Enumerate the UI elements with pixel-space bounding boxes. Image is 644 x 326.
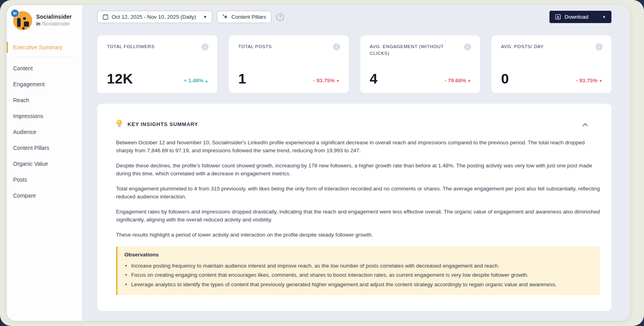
sidebar-divider <box>13 57 75 57</box>
lightbulb-icon <box>116 120 122 128</box>
trend-arrow-icon: ▼ <box>336 79 340 83</box>
stat-label: TOTAL POSTS <box>238 43 272 50</box>
sidebar-item-audience[interactable]: Audience <box>7 126 82 138</box>
observation-item: Increase posting frequency to maintain a… <box>124 261 592 271</box>
info-icon[interactable]: i <box>201 43 209 50</box>
app-window: in Socialinsider in/Socialinsider Execut… <box>7 5 630 321</box>
observation-item: Focus on creating engaging content that … <box>124 270 592 280</box>
stat-value: 4 <box>370 72 378 86</box>
stat-card-total-followers: TOTAL FOLLOWERS i 12K + 1.48%▲ <box>97 35 217 93</box>
trend-arrow-icon: ▲ <box>205 79 209 83</box>
stat-delta: - 79.68%▼ <box>445 78 471 83</box>
sidebar-item-compare[interactable]: Compare <box>7 189 82 202</box>
stat-label: AVG. ENGAGEMENT (WITHOUT CLICKS) <box>370 43 461 57</box>
sidebar-item-engagement[interactable]: Engagement <box>7 78 82 91</box>
profile-avatar[interactable]: in <box>13 11 32 30</box>
insights-title: KEY INSIGHTS SUMMARY <box>128 121 198 127</box>
stats-row: TOTAL FOLLOWERS i 12K + 1.48%▲ TOTAL POS… <box>97 35 611 93</box>
observation-item: Leverage analytics to identify the types… <box>124 280 592 289</box>
stat-card-total-posts: TOTAL POSTS i 1 - 93.75%▼ <box>229 35 349 93</box>
stat-value: 12K <box>107 72 133 86</box>
insight-paragraph: Between October 12 and November 10, Soci… <box>116 139 600 154</box>
info-icon[interactable]: i <box>596 43 603 50</box>
sidebar-item-impressions[interactable]: Impressions <box>7 110 82 122</box>
page-background: in Socialinsider in/Socialinsider Execut… <box>0 0 644 326</box>
stat-card-avg-engagement: AVG. ENGAGEMENT (WITHOUT CLICKS) i 4 - 7… <box>360 35 480 93</box>
brand-handle: in/Socialinsider <box>36 21 72 27</box>
insight-paragraph: Engagement rates by followers and impres… <box>116 208 600 223</box>
date-range-label: Oct 12, 2025 - Nov 10, 2025 (Daily) <box>112 14 196 20</box>
key-insights-panel: KEY INSIGHTS SUMMARY Between October 12 … <box>97 104 611 311</box>
stat-value: 1 <box>238 72 246 86</box>
sidebar-item-posts[interactable]: Posts <box>7 173 82 186</box>
brand-header: in Socialinsider in/Socialinsider <box>7 5 82 30</box>
linkedin-badge-icon: in <box>11 9 19 17</box>
trend-arrow-icon: ▼ <box>467 79 471 83</box>
network-label: in <box>36 21 41 27</box>
main-content: Oct 12, 2025 - Nov 10, 2025 (Daily) ▼ Co… <box>82 5 630 321</box>
download-button[interactable]: Download ▼ <box>549 11 611 23</box>
sidebar-item-content-pillars[interactable]: Content Pillars <box>7 142 82 154</box>
calendar-icon <box>102 14 108 20</box>
content-pillars-label: Content Pillars <box>231 14 266 20</box>
chevron-down-icon: ▼ <box>203 15 207 19</box>
date-range-picker[interactable]: Oct 12, 2025 - Nov 10, 2025 (Daily) ▼ <box>97 11 212 23</box>
observations-box: Observations Increase posting frequency … <box>116 246 600 295</box>
stat-delta: - 93.75%▼ <box>576 78 603 83</box>
sidebar-item-organic-value[interactable]: Organic Value <box>7 157 82 170</box>
stat-label: TOTAL FOLLOWERS <box>107 43 155 50</box>
stat-card-avg-posts-day: AVG. POSTS/ DAY i 0 - 93.75%▼ <box>491 35 611 93</box>
insight-paragraph: These results highlight a period of lowe… <box>116 231 600 239</box>
content-pillars-button[interactable]: Content Pillars <box>217 11 271 23</box>
collapse-chevron-icon[interactable] <box>582 121 588 128</box>
stat-delta: + 1.48%▲ <box>184 78 209 83</box>
sidebar-item-content[interactable]: Content <box>7 62 82 75</box>
download-label: Download <box>565 14 588 20</box>
profile-handle: /Socialinsider <box>42 21 70 27</box>
brand-text: Socialinsider in/Socialinsider <box>36 11 72 27</box>
download-icon <box>555 14 561 20</box>
sidebar-nav: Executive Summary Content Engagement Rea… <box>7 41 82 202</box>
insight-paragraph: Total engagement plummeted to 4 from 315… <box>116 185 600 200</box>
info-icon[interactable]: i <box>464 43 471 50</box>
stat-value: 0 <box>501 72 509 86</box>
sidebar-item-executive-summary[interactable]: Executive Summary <box>7 41 82 54</box>
observations-title: Observations <box>124 252 592 258</box>
sparkle-icon <box>222 14 228 20</box>
info-icon[interactable]: i <box>333 43 340 50</box>
insight-paragraph: Despite these declines, the profile's fo… <box>116 162 600 177</box>
topbar: Oct 12, 2025 - Nov 10, 2025 (Daily) ▼ Co… <box>97 11 611 23</box>
trend-arrow-icon: ▼ <box>599 79 603 83</box>
sidebar-item-reach[interactable]: Reach <box>7 94 82 107</box>
chevron-down-icon: ▼ <box>602 15 606 19</box>
help-icon[interactable]: ? <box>276 13 284 21</box>
stat-delta: - 93.75%▼ <box>313 78 340 83</box>
insights-header: KEY INSIGHTS SUMMARY <box>116 120 600 128</box>
brand-name: Socialinsider <box>36 14 72 20</box>
sidebar: in Socialinsider in/Socialinsider Execut… <box>7 5 82 321</box>
observations-list: Increase posting frequency to maintain a… <box>124 261 592 289</box>
stat-label: AVG. POSTS/ DAY <box>501 43 543 50</box>
